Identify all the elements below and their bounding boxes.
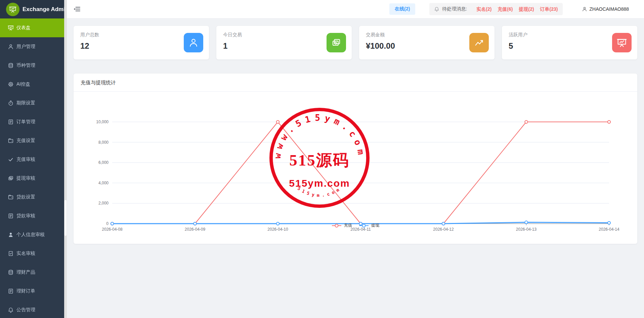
doc-check-icon [8,251,14,257]
stat-card: 今日交易1 [216,26,352,59]
doc-icon [8,288,14,294]
legend-label: 提现 [371,223,379,228]
stat-card: 用户总数12 [74,26,209,59]
sidebar-item-person-filled[interactable]: 个人信息审核 [0,225,64,244]
app-logo-row: Exchange Admin [0,0,64,18]
gear-icon [8,81,14,87]
sidebar-scrollbar-thumb[interactable] [65,200,67,236]
sidebar-item-label: 充值设置 [16,138,35,144]
check-icon [8,156,14,163]
sidebar-item-label: 订单管理 [16,119,35,125]
sidebar-item-wallet[interactable]: 贷款设置 [0,188,64,207]
sidebar-item-coins[interactable]: 理财产品 [0,263,64,282]
sidebar-item-bell[interactable]: 公告管理 [0,301,64,318]
pending-item[interactable]: 订单(23) [540,6,558,12]
board-icon [617,38,627,48]
sidebar-item-label: 期限设置 [16,100,35,106]
wallet-icon [8,194,14,200]
line-chart: 02,0004,0006,0008,00010,0002026-04-08202… [74,92,637,243]
timer-icon [8,100,14,106]
sidebar-item-wallet[interactable]: 充值设置 [0,131,64,150]
x-tick-label: 2026-04-13 [516,227,537,232]
wallet-icon [8,138,14,144]
data-point [276,222,279,225]
user-menu[interactable]: ZHAOCAIMAO888 [582,6,629,12]
money-check-icon [331,38,341,48]
top-header: 在线(2) 待处理消息: 实名(2)充值(6)提现(2)订单(23) ZHAOC… [67,0,644,18]
sidebar-item-user[interactable]: 用户管理 [0,37,64,56]
legend-item-提现[interactable]: 提现 [359,223,379,228]
wallet-icon [8,194,14,200]
stat-card-iconbox [184,33,203,52]
sidebar-item-label: 理财订单 [16,288,35,294]
username: ZHAOCAIMAO888 [590,6,629,12]
sidebar-item-label: 仪表盘 [16,25,31,31]
doc-icon [8,213,14,219]
data-point [442,222,445,225]
app-title: Exchange Admin [23,6,69,13]
sidebar-item-board[interactable]: 仪表盘 [0,18,64,37]
sidebar-item-doc[interactable]: 订单管理 [0,112,64,131]
x-tick-label: 2026-04-08 [102,227,123,232]
sidebar-item-label: AI控盘 [16,81,30,87]
legend-marker [359,224,369,228]
x-tick-label: 2026-04-10 [267,227,288,232]
stat-card: 交易金额¥100.00 [359,26,495,59]
sidebar-item-label: 币种管理 [16,62,35,69]
user-icon [582,6,587,12]
doc-check-icon [8,251,14,257]
gear-icon [8,81,14,87]
sidebar-item-label: 理财产品 [16,269,35,275]
stat-cards-row: 用户总数12今日交易1交易金额¥100.00活跃用户5 [74,26,637,59]
stat-card-iconbox [612,33,632,52]
stat-card-iconbox [327,33,346,52]
sidebar-item-doc[interactable]: 贷款审核 [0,207,64,225]
data-point [194,222,196,225]
data-point [525,121,527,123]
doc-icon [8,119,14,125]
doc-icon [8,119,14,125]
bell-icon [434,6,439,12]
y-tick-label: 6,000 [98,160,109,165]
online-badge[interactable]: 在线(2) [389,3,415,15]
page-content: 用户总数12今日交易1交易金额¥100.00活跃用户5 充值与提现统计 02,0… [67,18,644,251]
data-point [608,221,610,224]
timer-icon [8,100,14,106]
pending-messages-label: 待处理消息: [442,6,467,12]
pending-item[interactable]: 实名(2) [476,6,491,12]
chart-card: 充值与提现统计 02,0004,0006,0008,00010,0002026-… [74,74,637,244]
pending-item[interactable]: 充值(6) [498,6,513,12]
sidebar-item-money-check[interactable]: 提现审核 [0,169,64,188]
legend-item-充值[interactable]: 充值 [332,223,352,228]
sidebar-scrollbar-track[interactable] [64,0,67,318]
y-tick-label: 10,000 [96,120,109,124]
pending-item[interactable]: 提现(2) [519,6,534,12]
bell-icon [8,307,14,313]
x-tick-label: 2026-04-09 [185,227,206,232]
sidebar-item-doc[interactable]: 理财订单 [0,282,64,301]
bell-icon [8,307,14,313]
check-icon [8,156,14,163]
data-point [525,221,527,224]
legend-marker [332,224,342,228]
x-tick-label: 2026-04-14 [599,227,619,232]
y-tick-label: 4,000 [98,181,109,185]
data-point [608,121,610,123]
y-tick-label: 0 [106,221,109,226]
sidebar-menu: 仪表盘用户管理币种管理AI控盘期限设置订单管理充值设置充值审核提现审核贷款设置贷… [0,18,64,318]
data-point [276,121,279,123]
user-icon [8,44,14,50]
stat-card-iconbox [469,33,489,52]
sidebar-item-check[interactable]: 充值审核 [0,150,64,169]
sidebar-item-coins[interactable]: 币种管理 [0,56,64,75]
sidebar-item-gear[interactable]: AI控盘 [0,75,64,94]
chart-title: 充值与提现统计 [74,74,637,92]
doc-icon [8,288,14,294]
sidebar-fold-icon[interactable] [73,5,81,13]
sidebar: Exchange Admin 仪表盘用户管理币种管理AI控盘期限设置订单管理充值… [0,0,64,318]
sidebar-item-doc-check[interactable]: 实名审核 [0,244,64,263]
sidebar-item-label: 用户管理 [16,44,35,50]
person-filled-icon [8,232,14,238]
sidebar-item-timer[interactable]: 期限设置 [0,94,64,112]
main-area: 在线(2) 待处理消息: 实名(2)充值(6)提现(2)订单(23) ZHAOC… [67,0,644,251]
